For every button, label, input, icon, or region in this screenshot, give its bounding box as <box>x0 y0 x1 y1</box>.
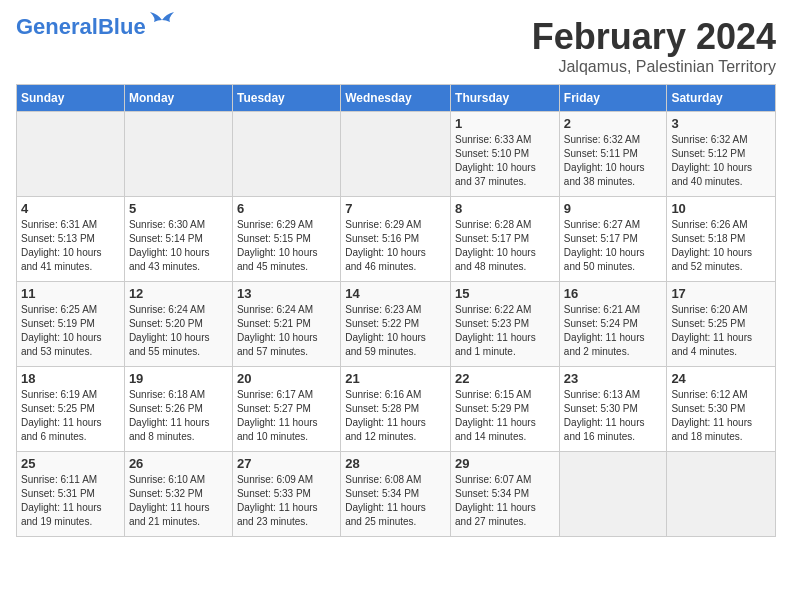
day-number: 14 <box>345 286 446 301</box>
day-number: 26 <box>129 456 228 471</box>
day-cell: 19Sunrise: 6:18 AM Sunset: 5:26 PM Dayli… <box>124 367 232 452</box>
day-cell: 14Sunrise: 6:23 AM Sunset: 5:22 PM Dayli… <box>341 282 451 367</box>
day-number: 8 <box>455 201 555 216</box>
day-cell: 28Sunrise: 6:08 AM Sunset: 5:34 PM Dayli… <box>341 452 451 537</box>
day-info: Sunrise: 6:32 AM Sunset: 5:12 PM Dayligh… <box>671 133 771 189</box>
day-number: 1 <box>455 116 555 131</box>
day-number: 24 <box>671 371 771 386</box>
day-cell: 20Sunrise: 6:17 AM Sunset: 5:27 PM Dayli… <box>232 367 340 452</box>
day-info: Sunrise: 6:13 AM Sunset: 5:30 PM Dayligh… <box>564 388 663 444</box>
day-cell <box>341 112 451 197</box>
day-info: Sunrise: 6:26 AM Sunset: 5:18 PM Dayligh… <box>671 218 771 274</box>
day-number: 19 <box>129 371 228 386</box>
day-cell: 17Sunrise: 6:20 AM Sunset: 5:25 PM Dayli… <box>667 282 776 367</box>
day-cell: 2Sunrise: 6:32 AM Sunset: 5:11 PM Daylig… <box>559 112 667 197</box>
day-number: 29 <box>455 456 555 471</box>
day-info: Sunrise: 6:27 AM Sunset: 5:17 PM Dayligh… <box>564 218 663 274</box>
day-cell: 27Sunrise: 6:09 AM Sunset: 5:33 PM Dayli… <box>232 452 340 537</box>
day-cell <box>124 112 232 197</box>
day-cell: 13Sunrise: 6:24 AM Sunset: 5:21 PM Dayli… <box>232 282 340 367</box>
day-info: Sunrise: 6:24 AM Sunset: 5:21 PM Dayligh… <box>237 303 336 359</box>
day-number: 13 <box>237 286 336 301</box>
day-info: Sunrise: 6:32 AM Sunset: 5:11 PM Dayligh… <box>564 133 663 189</box>
day-cell: 15Sunrise: 6:22 AM Sunset: 5:23 PM Dayli… <box>451 282 560 367</box>
day-number: 6 <box>237 201 336 216</box>
logo-bird-icon <box>148 12 176 34</box>
day-info: Sunrise: 6:11 AM Sunset: 5:31 PM Dayligh… <box>21 473 120 529</box>
day-number: 3 <box>671 116 771 131</box>
day-cell: 29Sunrise: 6:07 AM Sunset: 5:34 PM Dayli… <box>451 452 560 537</box>
day-info: Sunrise: 6:22 AM Sunset: 5:23 PM Dayligh… <box>455 303 555 359</box>
day-info: Sunrise: 6:19 AM Sunset: 5:25 PM Dayligh… <box>21 388 120 444</box>
day-header-wednesday: Wednesday <box>341 85 451 112</box>
week-row-1: 1Sunrise: 6:33 AM Sunset: 5:10 PM Daylig… <box>17 112 776 197</box>
day-info: Sunrise: 6:29 AM Sunset: 5:15 PM Dayligh… <box>237 218 336 274</box>
subtitle: Jalqamus, Palestinian Territory <box>532 58 776 76</box>
main-title: February 2024 <box>532 16 776 58</box>
day-info: Sunrise: 6:24 AM Sunset: 5:20 PM Dayligh… <box>129 303 228 359</box>
day-cell: 16Sunrise: 6:21 AM Sunset: 5:24 PM Dayli… <box>559 282 667 367</box>
day-info: Sunrise: 6:25 AM Sunset: 5:19 PM Dayligh… <box>21 303 120 359</box>
day-info: Sunrise: 6:08 AM Sunset: 5:34 PM Dayligh… <box>345 473 446 529</box>
day-header-friday: Friday <box>559 85 667 112</box>
logo-name: GeneralBlue <box>16 16 146 38</box>
day-number: 17 <box>671 286 771 301</box>
day-info: Sunrise: 6:10 AM Sunset: 5:32 PM Dayligh… <box>129 473 228 529</box>
day-number: 21 <box>345 371 446 386</box>
day-info: Sunrise: 6:07 AM Sunset: 5:34 PM Dayligh… <box>455 473 555 529</box>
day-number: 25 <box>21 456 120 471</box>
day-number: 5 <box>129 201 228 216</box>
day-number: 28 <box>345 456 446 471</box>
day-info: Sunrise: 6:30 AM Sunset: 5:14 PM Dayligh… <box>129 218 228 274</box>
day-cell: 7Sunrise: 6:29 AM Sunset: 5:16 PM Daylig… <box>341 197 451 282</box>
day-number: 4 <box>21 201 120 216</box>
day-cell: 3Sunrise: 6:32 AM Sunset: 5:12 PM Daylig… <box>667 112 776 197</box>
logo-general: General <box>16 14 98 39</box>
day-cell: 22Sunrise: 6:15 AM Sunset: 5:29 PM Dayli… <box>451 367 560 452</box>
day-header-thursday: Thursday <box>451 85 560 112</box>
day-info: Sunrise: 6:12 AM Sunset: 5:30 PM Dayligh… <box>671 388 771 444</box>
day-cell: 25Sunrise: 6:11 AM Sunset: 5:31 PM Dayli… <box>17 452 125 537</box>
week-row-2: 4Sunrise: 6:31 AM Sunset: 5:13 PM Daylig… <box>17 197 776 282</box>
day-number: 9 <box>564 201 663 216</box>
day-cell <box>17 112 125 197</box>
day-cell: 26Sunrise: 6:10 AM Sunset: 5:32 PM Dayli… <box>124 452 232 537</box>
day-cell: 12Sunrise: 6:24 AM Sunset: 5:20 PM Dayli… <box>124 282 232 367</box>
calendar-table: SundayMondayTuesdayWednesdayThursdayFrid… <box>16 84 776 537</box>
day-number: 18 <box>21 371 120 386</box>
logo-text: GeneralBlue <box>16 16 176 38</box>
day-info: Sunrise: 6:33 AM Sunset: 5:10 PM Dayligh… <box>455 133 555 189</box>
day-number: 12 <box>129 286 228 301</box>
day-info: Sunrise: 6:28 AM Sunset: 5:17 PM Dayligh… <box>455 218 555 274</box>
day-number: 7 <box>345 201 446 216</box>
day-header-saturday: Saturday <box>667 85 776 112</box>
day-info: Sunrise: 6:31 AM Sunset: 5:13 PM Dayligh… <box>21 218 120 274</box>
logo-blue: Blue <box>98 14 146 39</box>
day-cell: 5Sunrise: 6:30 AM Sunset: 5:14 PM Daylig… <box>124 197 232 282</box>
day-number: 11 <box>21 286 120 301</box>
day-info: Sunrise: 6:21 AM Sunset: 5:24 PM Dayligh… <box>564 303 663 359</box>
day-cell: 4Sunrise: 6:31 AM Sunset: 5:13 PM Daylig… <box>17 197 125 282</box>
day-number: 2 <box>564 116 663 131</box>
day-cell: 6Sunrise: 6:29 AM Sunset: 5:15 PM Daylig… <box>232 197 340 282</box>
day-number: 22 <box>455 371 555 386</box>
day-cell: 23Sunrise: 6:13 AM Sunset: 5:30 PM Dayli… <box>559 367 667 452</box>
header: GeneralBlue February 2024 Jalqamus, Pale… <box>16 16 776 76</box>
week-row-5: 25Sunrise: 6:11 AM Sunset: 5:31 PM Dayli… <box>17 452 776 537</box>
day-info: Sunrise: 6:23 AM Sunset: 5:22 PM Dayligh… <box>345 303 446 359</box>
week-row-4: 18Sunrise: 6:19 AM Sunset: 5:25 PM Dayli… <box>17 367 776 452</box>
day-info: Sunrise: 6:29 AM Sunset: 5:16 PM Dayligh… <box>345 218 446 274</box>
day-header-monday: Monday <box>124 85 232 112</box>
day-info: Sunrise: 6:17 AM Sunset: 5:27 PM Dayligh… <box>237 388 336 444</box>
title-section: February 2024 Jalqamus, Palestinian Terr… <box>532 16 776 76</box>
day-cell: 10Sunrise: 6:26 AM Sunset: 5:18 PM Dayli… <box>667 197 776 282</box>
day-cell <box>232 112 340 197</box>
days-header-row: SundayMondayTuesdayWednesdayThursdayFrid… <box>17 85 776 112</box>
day-cell: 24Sunrise: 6:12 AM Sunset: 5:30 PM Dayli… <box>667 367 776 452</box>
day-number: 23 <box>564 371 663 386</box>
logo: GeneralBlue <box>16 16 176 38</box>
day-info: Sunrise: 6:16 AM Sunset: 5:28 PM Dayligh… <box>345 388 446 444</box>
day-number: 20 <box>237 371 336 386</box>
week-row-3: 11Sunrise: 6:25 AM Sunset: 5:19 PM Dayli… <box>17 282 776 367</box>
day-header-sunday: Sunday <box>17 85 125 112</box>
